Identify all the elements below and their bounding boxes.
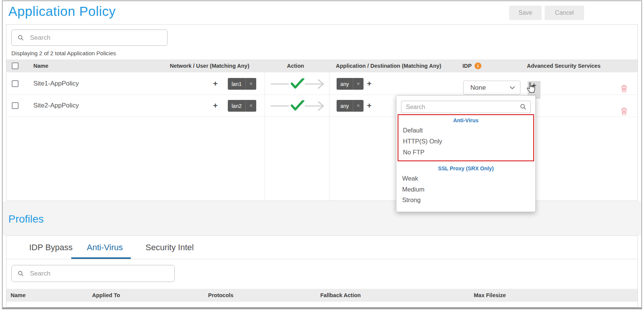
profiles-search[interactable] [11, 265, 175, 282]
group-heading: SSL Proxy (SRX Only) [398, 162, 534, 171]
network-tag: lan1 ✕ [228, 78, 256, 90]
tab-anti-virus[interactable]: Anti-Virus [87, 236, 123, 259]
dropdown-search[interactable] [401, 101, 531, 113]
dropdown-option[interactable]: Default [403, 125, 533, 136]
search-icon [18, 35, 24, 41]
check-icon [292, 101, 303, 109]
action-allow-graphic [270, 78, 325, 89]
row-checkbox[interactable] [12, 80, 19, 87]
application-tag: any ✕ [337, 100, 364, 112]
idp-info-icon[interactable]: i [475, 62, 481, 69]
dropdown-option[interactable]: Strong [402, 195, 534, 206]
remove-tag-icon[interactable]: ✕ [245, 100, 256, 112]
chevron-down-icon [510, 86, 515, 89]
profiles-tabs: IDP Bypass Anti-Virus Security Intel [6, 236, 638, 259]
anti-virus-group-highlight: Anti-Virus Default HTTP(S) Only No FTP [398, 114, 534, 161]
network-tag-label: lan1 [228, 78, 245, 90]
add-application-button[interactable]: + [367, 95, 371, 117]
application-tag-label: any [337, 78, 353, 90]
cancel-button[interactable]: Cancel [545, 6, 584, 20]
select-all-checkbox[interactable] [12, 62, 19, 69]
search-icon [520, 104, 526, 110]
policy-name: Site1-AppPolicy [33, 72, 79, 95]
delete-row-icon[interactable] [621, 107, 627, 115]
displaying-count-text: Displaying 2 of 2 total Application Poli… [11, 50, 116, 56]
remove-tag-icon[interactable]: ✕ [353, 100, 364, 112]
row-checkbox[interactable] [12, 102, 19, 109]
col-network-user: Network / User (Matching Any) [170, 59, 249, 72]
col-fallback-action: Fallback Action [320, 289, 361, 302]
search-icon [18, 271, 24, 277]
page-title: Application Policy [8, 4, 116, 19]
col-applied-to: Applied To [92, 289, 120, 302]
col-max-filesize: Max Filesize [474, 289, 506, 302]
network-tag-label: lan2 [228, 100, 245, 112]
network-tag: lan2 ✕ [228, 100, 256, 112]
add-application-button[interactable]: + [367, 72, 371, 95]
profiles-title: Profiles [8, 213, 44, 225]
dropdown-option[interactable]: HTTP(S) Only [403, 136, 533, 147]
save-button[interactable]: Save [509, 6, 542, 20]
application-tag: any ✕ [337, 78, 364, 90]
section-gap [3, 201, 641, 235]
application-policy-page: Application Policy Save Cancel Displayin… [0, 0, 644, 310]
table-row: Site2-AppPolicy + lan2 ✕ any ✕ + None + [6, 95, 638, 117]
check-icon [292, 79, 303, 87]
idp-dropdown-popup: Anti-Virus Default HTTP(S) Only No FTP S… [396, 95, 536, 212]
idp-select-value: None [470, 84, 486, 92]
col-application-destination: Application / Destination (Matching Any) [336, 59, 441, 72]
hand-cursor-icon [526, 82, 536, 95]
policy-table-header: Name Network / User (Matching Any) Actio… [6, 59, 638, 72]
policy-search-input[interactable] [29, 34, 163, 42]
policy-name: Site2-AppPolicy [33, 95, 79, 117]
col-idp: IDP [462, 59, 472, 72]
action-allow-graphic [270, 100, 325, 111]
dropdown-search-input[interactable] [405, 103, 520, 111]
col-name: Name [33, 59, 49, 72]
profiles-table-header: Name Applied To Protocols Fallback Actio… [6, 289, 638, 302]
application-tag-label: any [337, 100, 353, 112]
tab-security-intel[interactable]: Security Intel [146, 236, 194, 259]
col-advanced-security: Advanced Security Services [527, 59, 600, 72]
idp-select[interactable]: None [463, 81, 520, 95]
active-tab-underline [71, 257, 131, 259]
col-profile-name: Name [11, 289, 26, 302]
dropdown-option[interactable]: No FTP [403, 147, 533, 158]
remove-tag-icon[interactable]: ✕ [245, 78, 256, 90]
add-network-button[interactable]: + [213, 95, 218, 117]
col-action: Action [287, 59, 304, 72]
profiles-search-input[interactable] [29, 269, 170, 278]
dropdown-option[interactable]: Weak [402, 173, 534, 184]
col-protocols: Protocols [208, 289, 233, 302]
delete-row-icon[interactable] [621, 85, 627, 92]
add-network-button[interactable]: + [213, 72, 218, 95]
ssl-proxy-group: SSL Proxy (SRX Only) Weak Medium Strong [398, 162, 534, 206]
remove-tag-icon[interactable]: ✕ [353, 78, 364, 90]
dropdown-option[interactable]: Medium [402, 184, 534, 195]
policy-search[interactable] [11, 30, 168, 46]
group-heading: Anti-Virus [398, 115, 533, 123]
tab-idp-bypass[interactable]: IDP Bypass [29, 236, 73, 259]
table-row: Site1-AppPolicy + lan1 ✕ any ✕ + None [6, 72, 638, 95]
